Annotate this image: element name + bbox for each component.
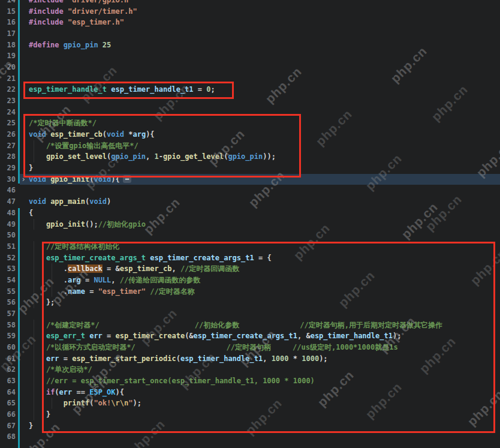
code-content[interactable]: { [29,208,33,219]
line-number: 17 [0,28,16,40]
line-number: 56 [0,297,16,308]
line-number: 53 [0,263,16,275]
code-token: "driver/timer.h" [68,7,137,16]
line-number: 26 [0,129,16,140]
line-number: 29 [0,163,16,174]
line-number: 14 [0,0,16,6]
code-token: gpio_pin [64,41,98,49]
line-number: 47 [0,196,16,208]
code-line[interactable]: 17 [0,28,500,40]
code-token: void [29,197,46,206]
line-number: 65 [0,398,16,409]
line-number: 66 [0,409,16,420]
code-line[interactable]: 50 [0,230,500,241]
code-token: //初始化gpio [98,220,146,228]
line-number: 28 [0,151,16,163]
code-content[interactable]: #define gpio_pin 25 [29,40,111,51]
code-token: #include [29,7,64,16]
code-token [64,18,68,26]
code-token: #include [29,0,64,4]
line-number: 22 [0,84,16,95]
line-number: 19 [0,50,16,62]
code-line[interactable]: 49 gpio_init();//初始化gpio [0,219,500,230]
line-number: 60 [0,342,16,353]
line-number: 62 [0,364,16,375]
line-number: 58 [0,320,16,331]
line-number: 57 [0,308,16,320]
code-line[interactable]: 19 [0,50,500,62]
line-number: 52 [0,252,16,264]
code-content[interactable]: #include "driver/gpio.h" [29,0,132,6]
code-line[interactable]: 48{ [0,208,500,219]
line-number: 25 [0,118,16,129]
code-line[interactable]: 20 [0,62,500,73]
code-content[interactable]: gpio_init();//初始化gpio [29,219,146,230]
line-number: 16 [0,17,16,28]
line-number: 46 [0,185,16,196]
code-content[interactable]: #include "esp_timer.h" [29,17,124,28]
code-token [59,41,64,49]
code-line[interactable]: 15#include "driver/timer.h" [0,6,500,17]
code-line[interactable]: 46 [0,185,500,196]
code-token: (); [85,220,98,228]
code-token: { [29,209,33,217]
line-number: 49 [0,219,16,230]
code-line[interactable]: 16#include "esp_timer.h" [0,17,500,28]
code-content[interactable]: } [29,420,33,432]
code-token: app_main [50,197,85,206]
line-number: 18 [0,40,16,51]
line-number: 24 [0,107,16,118]
code-line[interactable]: 68 [0,431,500,443]
code-line[interactable]: 18#define gpio_pin 25 [0,40,500,51]
line-number: 67 [0,420,16,432]
code-token [29,220,46,228]
code-token: void [89,197,107,206]
line-number: 21 [0,73,16,85]
gutter-modified-bar [18,208,20,448]
code-line[interactable]: 14#include "driver/gpio.h" [0,0,500,6]
code-token: ) [107,197,111,206]
highlight-box-line-22 [23,82,234,99]
code-token: 25 [103,41,111,49]
line-number: 68 [0,431,16,443]
line-number: 27 [0,140,16,152]
code-content[interactable]: #include "driver/timer.h" [29,6,137,17]
line-number: 51 [0,241,16,252]
line-number: 55 [0,286,16,297]
code-token: gpio_init [46,220,85,228]
code-token: "esp_timer.h" [68,18,124,26]
highlight-box-timer-setup [42,242,495,433]
code-token [98,41,103,49]
code-token: } [29,422,33,430]
line-number: 30 [0,174,16,185]
code-token [64,7,68,16]
code-content[interactable]: void app_main(void) [29,196,111,208]
gutter-modified-bar [18,0,20,184]
code-editor[interactable]: php.cnphp.cnphp.cnphp.cnphp.cnphp.cnphp.… [0,0,500,448]
code-token [64,0,68,4]
code-line[interactable]: 47void app_main(void) [0,196,500,208]
line-number: 63 [0,375,16,387]
line-number: 61 [0,353,16,365]
line-number: 64 [0,387,16,398]
line-number: 20 [0,62,16,73]
line-number: 23 [0,95,16,107]
line-number: 54 [0,275,16,286]
line-number: 48 [0,208,16,219]
code-token: #define [29,41,59,49]
line-number: 50 [0,230,16,241]
line-number: 59 [0,330,16,342]
code-token: #include [29,18,64,26]
line-number: 15 [0,6,16,17]
highlight-box-timer-callback [23,114,301,178]
code-token: "driver/gpio.h" [68,0,132,4]
